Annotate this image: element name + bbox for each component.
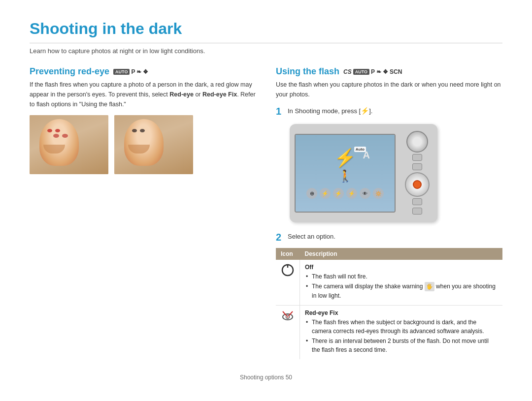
off-icon	[281, 264, 294, 277]
left-section-title: Preventing red-eye AUTO P ❧ ❖	[30, 66, 256, 77]
nav-dial	[405, 172, 430, 197]
bullet-item: The flash fires when the subject or back…	[305, 318, 498, 336]
svg-point-4	[287, 316, 289, 317]
photo-fixed	[114, 115, 193, 174]
step-2: 2 Select an option.	[276, 231, 502, 243]
small-buttons-2	[412, 198, 422, 215]
bullet-list-off: The flash will not fire. The camera will…	[305, 272, 498, 300]
small-btn-3	[412, 198, 422, 205]
right-mode-badges: CS AUTO P ❧ ❖ SCN	[343, 68, 402, 75]
table-row: Red-eye Fix The flash fires when the sub…	[276, 305, 502, 359]
small-btn-2	[412, 163, 422, 170]
flash-options-table: Icon Description Off	[276, 248, 502, 359]
right-section: Using the flash CS AUTO P ❧ ❖ SCN Use th…	[276, 66, 502, 359]
camera-illustration: ⚡ Auto A 🚶 ⊕ ⚡ ⚡ ⚡ 👁	[290, 124, 502, 222]
page-title: Shooting in the dark	[30, 20, 502, 43]
camera-screen: ⚡ Auto A 🚶 ⊕ ⚡ ⚡ ⚡ 👁	[295, 134, 396, 213]
left-section: Preventing red-eye AUTO P ❧ ❖ If the fla…	[30, 66, 256, 359]
table-row: Off The flash will not fire. The camera …	[276, 260, 502, 305]
small-buttons	[412, 154, 422, 170]
bullet-item: The flash will not fire.	[305, 272, 498, 281]
flash-options-icons: ⊕ ⚡ ⚡ ⚡ 👁 🔆	[306, 188, 384, 199]
step2-text: Select an option.	[288, 231, 335, 240]
table-header-desc: Description	[300, 248, 503, 260]
step-1: 1 In Shooting mode, press [⚡].	[276, 105, 502, 117]
bullet-item: There is an interval between 2 bursts of…	[305, 337, 498, 354]
flash-symbol: ⚡ Auto A 🚶	[334, 148, 356, 183]
step1-text: In Shooting mode, press [⚡].	[288, 105, 372, 115]
page-subtitle: Learn how to capture photos at night or …	[30, 47, 502, 55]
camera-controls	[402, 129, 432, 216]
small-btn-4	[412, 208, 422, 215]
left-mode-badges: AUTO P ❧ ❖	[113, 68, 148, 75]
mode-dial	[406, 131, 428, 153]
table-icon-redeye	[276, 305, 300, 359]
photo-comparison	[30, 115, 256, 174]
bullet-item: The camera will display the shake warnin…	[305, 282, 498, 300]
table-icon-off	[276, 260, 300, 305]
redeye-fix-icon	[281, 309, 295, 323]
table-desc-off: Off The flash will not fire. The camera …	[300, 260, 503, 305]
right-intro-text: Use the flash when you capture photos in…	[276, 80, 502, 99]
camera-body: ⚡ Auto A 🚶 ⊕ ⚡ ⚡ ⚡ 👁	[290, 124, 437, 222]
table-header-icon: Icon	[276, 248, 300, 260]
right-section-title: Using the flash CS AUTO P ❧ ❖ SCN	[276, 66, 502, 77]
bullet-list-redeye: The flash fires when the subject or back…	[305, 318, 498, 354]
table-desc-redeye: Red-eye Fix The flash fires when the sub…	[300, 305, 503, 359]
desc-title-redeye: Red-eye Fix	[305, 309, 498, 316]
desc-title-off: Off	[305, 264, 498, 271]
left-body-text: If the flash fires when you capture a ph…	[30, 80, 256, 109]
photo-redeye	[30, 115, 108, 174]
nav-center	[413, 180, 422, 189]
page-footer: Shooting options 50	[30, 374, 502, 381]
small-btn-1	[412, 154, 422, 161]
